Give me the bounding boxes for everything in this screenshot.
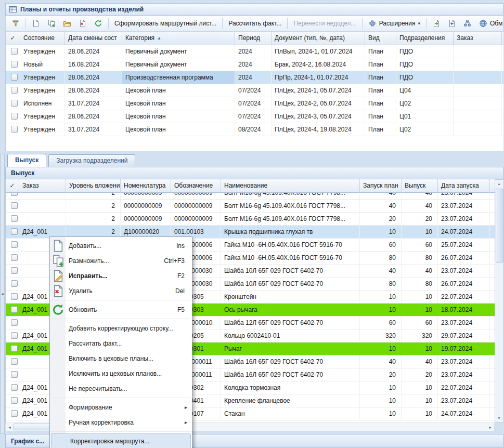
row-checkbox[interactable] bbox=[11, 306, 18, 313]
row-checkbox[interactable] bbox=[11, 202, 18, 209]
copy-document-button[interactable] bbox=[44, 18, 59, 29]
vertical-scrollbar[interactable]: ▴ ▾ bbox=[495, 179, 503, 423]
table-row[interactable]: Утвержден28.06.2024Цеховой план07/2024Пл… bbox=[6, 84, 503, 97]
table-row[interactable]: Утвержден31.07.2024Цеховой план08/2024Пл… bbox=[6, 123, 503, 136]
tab-output[interactable]: Выпуск bbox=[7, 154, 46, 167]
column-header-label: Заказ bbox=[22, 182, 38, 189]
row-checkbox[interactable] bbox=[11, 100, 18, 107]
context-menu-item[interactable]: УдалитьDel bbox=[50, 283, 192, 298]
toolbar-button[interactable]: Обм... bbox=[475, 18, 503, 29]
delete-document-button[interactable] bbox=[75, 18, 91, 29]
refresh-button[interactable] bbox=[91, 18, 106, 29]
context-menu-item[interactable]: Не пересчитывать... bbox=[50, 381, 192, 396]
checkbox-cell bbox=[6, 226, 19, 239]
context-menu-item[interactable]: Размножить...Ctrl+F3 bbox=[50, 253, 192, 268]
row-checkbox[interactable] bbox=[11, 410, 18, 417]
column-header[interactable]: ✓ bbox=[6, 179, 19, 193]
column-header[interactable]: Заказ bbox=[454, 32, 502, 45]
context-menu-item[interactable]: Формирование▸ bbox=[50, 400, 192, 415]
import-document-button[interactable] bbox=[444, 18, 460, 29]
column-header[interactable]: Состояние bbox=[20, 32, 65, 45]
scroll-up-icon[interactable]: ▴ bbox=[495, 180, 503, 188]
scroll-down-icon[interactable]: ▾ bbox=[495, 414, 503, 422]
row-checkbox[interactable] bbox=[11, 332, 18, 339]
row-checkbox[interactable] bbox=[11, 397, 18, 404]
row-checkbox[interactable] bbox=[11, 87, 18, 94]
column-header[interactable]: Запуск план bbox=[360, 179, 402, 193]
column-header[interactable]: Дата смены сост bbox=[65, 32, 122, 45]
vertical-scrollbar-thumb[interactable] bbox=[496, 189, 503, 262]
column-header[interactable]: ✓ bbox=[6, 32, 20, 45]
context-menu-item[interactable]: ОбновитьF5 bbox=[50, 302, 192, 317]
row-checkbox[interactable] bbox=[11, 61, 18, 68]
toolbar-button[interactable]: Сформировать маршрутный лист... bbox=[111, 18, 220, 29]
row-checkbox[interactable] bbox=[11, 254, 18, 261]
row-checkbox[interactable] bbox=[11, 48, 18, 55]
table-row[interactable]: Утвержден28.06.2024Цеховой план07/2024Пл… bbox=[6, 110, 503, 123]
column-header[interactable]: Обозначение bbox=[171, 179, 221, 193]
table-cell: Шайба 10Л 65Г 029 ГОСТ 6402-70 bbox=[221, 278, 360, 291]
toolbar-button[interactable]: Расширения▾ bbox=[365, 18, 424, 29]
row-checkbox[interactable] bbox=[11, 293, 18, 300]
context-menu-item[interactable]: Исключить из цеховых планов... bbox=[50, 366, 192, 381]
column-header[interactable]: Период bbox=[235, 32, 272, 45]
column-header[interactable]: Подразделения bbox=[396, 32, 454, 45]
row-checkbox[interactable] bbox=[11, 228, 18, 235]
context-menu-item[interactable]: Рассчитать факт... bbox=[50, 336, 192, 351]
table-row[interactable]: Утвержден28.06.2024Производственная прог… bbox=[6, 71, 503, 84]
table-row[interactable]: 20000000000900000000009Болт М16-6g 45.10… bbox=[6, 213, 495, 226]
table-row[interactable]: Новый16.08.2024Первичный документ2024Бра… bbox=[6, 58, 503, 71]
left-splitter[interactable]: ◂ bbox=[0, 154, 5, 434]
table-row[interactable]: 20000000000900000000009Болт М16-6g 45.10… bbox=[6, 200, 495, 213]
row-checkbox[interactable] bbox=[11, 113, 18, 120]
table-cell: 10 bbox=[360, 291, 402, 304]
toolbar-button[interactable]: Рассчитать факт... bbox=[225, 18, 285, 29]
column-header[interactable]: Категория▲ bbox=[122, 32, 235, 45]
row-checkbox[interactable] bbox=[11, 74, 18, 81]
add-document-button[interactable] bbox=[28, 18, 44, 29]
context-menu-item[interactable]: Добавить...Ins bbox=[50, 238, 192, 253]
application-window: Планы и отчеты производства изделий Сфор… bbox=[0, 0, 504, 448]
row-checkbox[interactable] bbox=[11, 371, 18, 378]
table-row[interactable]: Исполнен31.07.2024Цеховой план07/2024ПлЦ… bbox=[6, 97, 503, 110]
open-folder-button[interactable] bbox=[59, 18, 75, 29]
row-checkbox[interactable] bbox=[11, 358, 18, 365]
context-menu-item[interactable]: Исправить...F2 bbox=[50, 268, 192, 283]
row-checkbox[interactable] bbox=[11, 126, 18, 133]
column-header[interactable]: Документ (тип, №, дата) bbox=[272, 32, 365, 45]
chevron-down-icon: ▾ bbox=[418, 21, 420, 26]
table-row[interactable]: Утвержден28.06.2024Первичный документ202… bbox=[6, 45, 503, 58]
row-checkbox[interactable] bbox=[11, 345, 18, 352]
table-cell: 40 bbox=[360, 355, 402, 368]
row-checkbox[interactable] bbox=[11, 215, 18, 222]
row-checkbox[interactable] bbox=[11, 319, 18, 326]
table-cell: Утвержден bbox=[20, 84, 65, 97]
structure-button[interactable] bbox=[460, 18, 475, 29]
scroll-right-icon[interactable]: ▸ bbox=[486, 425, 494, 430]
output-panel-header[interactable]: Выпуск bbox=[5, 167, 503, 179]
table-row[interactable]: 20000000000900000000009Болт М16-6g 45.10… bbox=[6, 193, 495, 200]
table-cell: Ц01 bbox=[396, 110, 454, 123]
column-header[interactable]: Вид bbox=[365, 32, 396, 45]
row-checkbox[interactable] bbox=[11, 193, 18, 196]
column-header[interactable]: Уровень вложени bbox=[66, 179, 121, 193]
column-header[interactable]: Наименование bbox=[221, 179, 360, 193]
row-checkbox[interactable] bbox=[11, 241, 18, 248]
table-cell: Шайба 12Л 65Г 029 ГОСТ 6402-70 bbox=[221, 317, 360, 330]
scroll-left-icon[interactable]: ◂ bbox=[6, 425, 14, 430]
context-menu-item[interactable]: Ручная корректировка▸ bbox=[50, 415, 192, 430]
row-checkbox[interactable] bbox=[11, 280, 18, 287]
filter-button[interactable] bbox=[8, 18, 23, 29]
column-header[interactable]: Заказ bbox=[19, 179, 66, 193]
table-cell: ПлЦех, 2024-3, 05.07.2024 bbox=[272, 110, 365, 123]
context-menu-item[interactable]: Добавить корректирующую строку... bbox=[50, 321, 192, 336]
row-checkbox[interactable] bbox=[11, 267, 18, 274]
column-header[interactable]: Дата запуска bbox=[438, 179, 490, 193]
column-header[interactable]: Выпуск bbox=[402, 179, 438, 193]
row-checkbox[interactable] bbox=[11, 384, 18, 391]
export-document-button[interactable] bbox=[429, 18, 444, 29]
column-header[interactable]: Номенклатура bbox=[121, 179, 171, 193]
context-menu-item[interactable]: Включить в цеховые планы... bbox=[50, 351, 192, 366]
tab-load[interactable]: Загрузка подразделений bbox=[48, 154, 135, 167]
context-menu-item[interactable]: Корректировка маршрута... bbox=[51, 433, 191, 448]
